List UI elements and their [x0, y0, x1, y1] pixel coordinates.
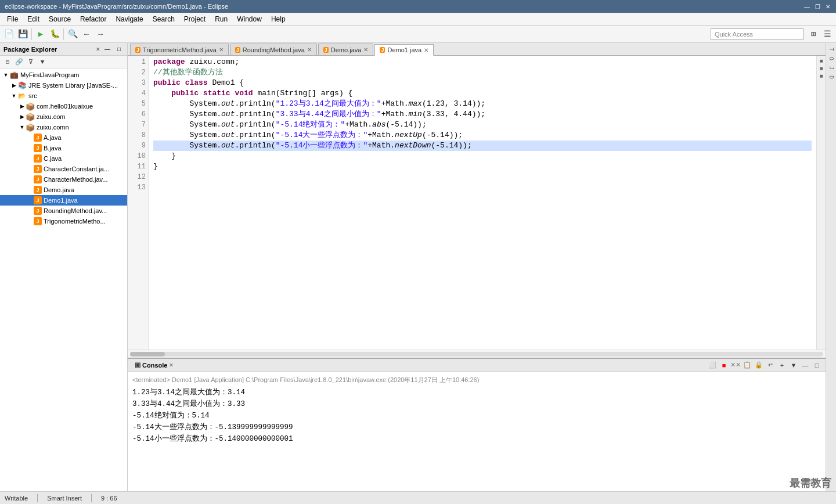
sidebar-outline[interactable]: O	[828, 55, 834, 63]
filters-btn[interactable]: ⊽	[26, 57, 36, 67]
menu-refactor[interactable]: Refactor	[75, 14, 111, 24]
tree-item-12[interactable]: JDemo1.java	[0, 195, 127, 206]
toolbar-back[interactable]: ←	[80, 28, 93, 41]
tab-close-1[interactable]: ✕	[307, 46, 312, 53]
tree-item-10[interactable]: JCharacterMethod.jav...	[0, 174, 127, 185]
tree-view: ▼💼MyFirstJavaProgram▶📚JRE System Library…	[0, 69, 127, 491]
console-new-btn[interactable]: +	[777, 360, 787, 370]
toolbar-debug[interactable]: 🐛	[48, 28, 61, 41]
line-num-1: 1	[128, 57, 146, 67]
line-num-9: 9	[128, 141, 146, 151]
tree-icon-14: J	[34, 217, 42, 225]
tree-arrow-5: ▼	[19, 124, 26, 130]
tree-item-0[interactable]: ▼💼MyFirstJavaProgram	[0, 70, 127, 80]
menu-navigate[interactable]: Navigate	[111, 14, 147, 24]
link-editor-btn[interactable]: 🔗	[14, 57, 24, 67]
code-line-11: }	[153, 151, 812, 161]
editor-tab-0[interactable]: JTrigonometricMethod.java✕	[130, 44, 229, 55]
tab-close-0[interactable]: ✕	[219, 46, 224, 53]
toolbar-perspective[interactable]: ⊞	[807, 28, 820, 41]
editor-area[interactable]: 12345678910111213 package zuixu.comn;//其…	[128, 56, 826, 350]
menu-search[interactable]: Search	[148, 14, 179, 24]
tree-item-13[interactable]: JRoundingMethod.jav...	[0, 206, 127, 216]
tab-close-2[interactable]: ✕	[363, 46, 368, 53]
line-num-7: 7	[128, 120, 146, 130]
console-clear-btn[interactable]: ⬜	[707, 360, 718, 370]
minimize-button[interactable]: —	[803, 3, 810, 10]
line-num-11: 11	[128, 161, 146, 172]
code-line-12: }	[153, 161, 812, 172]
console-line-1: 3.33与4.44之间最小值为：3.33	[132, 398, 821, 410]
tree-item-8[interactable]: JC.java	[0, 153, 127, 164]
right-gutter: ■ ■ ■	[816, 56, 826, 350]
menu-window[interactable]: Window	[232, 14, 266, 24]
tree-item-6[interactable]: JA.java	[0, 132, 127, 143]
code-line-7: System.out.println("-5.14绝对值为："+Math.abs…	[153, 120, 812, 130]
code-area[interactable]: package zuixu.comn;//其他数学函数方法public clas…	[149, 56, 816, 350]
panel-maximize-btn[interactable]: □	[114, 45, 124, 54]
toolbar-run[interactable]: ▶	[34, 28, 47, 41]
tab-label-1: RoundingMethod.java	[243, 46, 305, 53]
toolbar-new[interactable]: 📄	[2, 28, 15, 41]
toolbar-search[interactable]: 🔍	[66, 28, 79, 41]
close-button[interactable]: ✕	[824, 3, 831, 10]
line-num-5: 5	[128, 99, 146, 109]
h-scroll-thumb[interactable]	[130, 352, 165, 357]
console-max-btn[interactable]: □	[812, 360, 822, 370]
sidebar-declaration[interactable]: D	[828, 73, 834, 81]
line-num-6: 6	[128, 109, 146, 120]
editor-tab-3[interactable]: JDemo1.java✕	[374, 44, 434, 56]
tree-item-4[interactable]: ▶📦zuixu.com	[0, 111, 127, 122]
console-display-btn[interactable]: ▼	[788, 360, 799, 370]
h-scroll-track[interactable]	[130, 352, 823, 357]
tree-item-5[interactable]: ▼📦zuixu.comn	[0, 122, 127, 132]
console-copy-btn[interactable]: 📋	[742, 360, 752, 370]
toolbar-forward[interactable]: →	[94, 28, 107, 41]
console-scroll-lock-btn[interactable]: 🔒	[754, 360, 764, 370]
console-area: ▣ Console ✕ ⬜ ■ ✕✕ 📋 🔒 ↵ + ▼ — □	[128, 358, 826, 491]
console-terminate-btn[interactable]: ✕✕	[730, 360, 741, 370]
console-word-wrap-btn[interactable]: ↵	[765, 360, 776, 370]
status-position: 9 : 66	[101, 495, 117, 502]
menu-project[interactable]: Project	[179, 14, 210, 24]
sidebar-javadoc[interactable]: J	[828, 64, 834, 72]
code-line-9: System.out.println("-5.14小一些浮点数为："+Math.…	[153, 141, 812, 151]
menu-help[interactable]: Help	[266, 14, 290, 24]
menu-file[interactable]: File	[2, 14, 23, 24]
tree-item-11[interactable]: JDemo.java	[0, 185, 127, 195]
tree-label-2: src	[28, 92, 37, 99]
code-line-6: System.out.println("3.33与4.44之间最小值为："+Ma…	[153, 109, 812, 120]
status-sep1	[37, 494, 38, 502]
menu-run[interactable]: Run	[210, 14, 232, 24]
tree-label-7: B.java	[44, 145, 62, 152]
quick-access-input[interactable]: Quick Access	[711, 28, 803, 40]
console-min-btn[interactable]: —	[800, 360, 810, 370]
menu-source[interactable]: Source	[44, 14, 75, 24]
editor-tab-2[interactable]: JDemo.java✕	[318, 44, 374, 55]
line-num-2: 2	[128, 67, 146, 78]
view-menu-btn[interactable]: ▼	[37, 57, 48, 67]
tree-icon-11: J	[34, 186, 42, 194]
toolbar-save[interactable]: 💾	[16, 28, 29, 41]
tree-item-1[interactable]: ▶📚JRE System Library [JavaSE-...	[0, 80, 127, 91]
tree-item-2[interactable]: ▼📂src	[0, 91, 127, 101]
editor-tab-1[interactable]: JRoundingMethod.java✕	[230, 44, 317, 55]
menu-edit[interactable]: Edit	[23, 14, 44, 24]
collapse-all-btn[interactable]: ⊟	[2, 57, 13, 67]
title-bar: eclipse-workspace - MyFirstJavaProgram/s…	[0, 0, 836, 13]
h-scrollbar[interactable]	[128, 350, 826, 358]
toolbar: 📄 💾 ▶ 🐛 🔍 ← → Quick Access ⊞ ☰	[0, 26, 836, 43]
tree-item-14[interactable]: JTrigonometricMetho...	[0, 216, 127, 226]
tree-item-7[interactable]: JB.java	[0, 143, 127, 153]
tree-item-9[interactable]: JCharacterConstant.ja...	[0, 164, 127, 174]
console-stop-btn[interactable]: ■	[719, 360, 729, 370]
console-tab[interactable]: ▣ Console ✕	[131, 359, 177, 371]
tree-item-3[interactable]: ▶📦com.hello01kuaixue	[0, 101, 127, 111]
panel-minimize-btn[interactable]: —	[103, 45, 112, 54]
tab-icon-3: J	[380, 47, 385, 53]
package-explorer-title: Package Explorer	[3, 46, 93, 53]
toolbar-views[interactable]: ☰	[821, 28, 834, 41]
tab-close-3[interactable]: ✕	[424, 47, 428, 53]
maximize-button[interactable]: ❐	[814, 3, 821, 10]
sidebar-task-list[interactable]: T	[828, 45, 834, 53]
